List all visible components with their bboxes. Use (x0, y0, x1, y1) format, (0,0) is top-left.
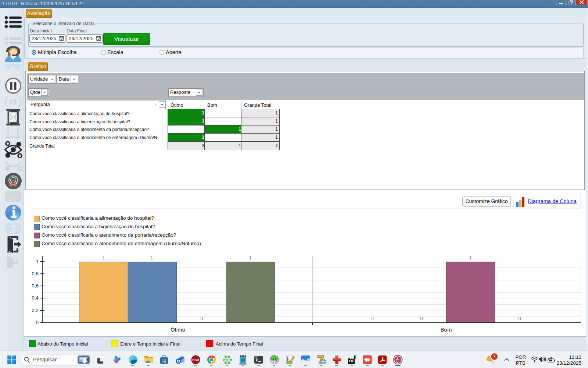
svg-text:RAD: RAD (192, 358, 199, 362)
svg-text:ID: ID (226, 358, 229, 361)
svg-text:100%: 100% (10, 180, 15, 182)
svg-text:HS: HS (272, 358, 277, 362)
